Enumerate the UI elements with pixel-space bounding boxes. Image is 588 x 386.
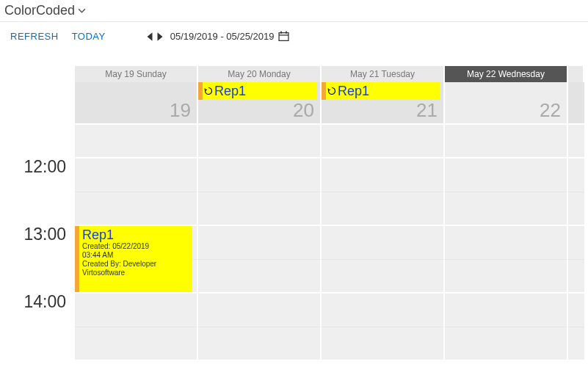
svg-rect-2 [281,32,283,34]
time-slot[interactable] [322,125,445,159]
day-header[interactable]: May 21 Tuesday [322,66,445,82]
time-slot[interactable] [445,192,568,226]
time-slot[interactable] [198,327,322,361]
time-slot[interactable] [445,294,568,327]
toolbar: REFRESH TODAY 05/19/2019 - 05/25/2019 [0,22,588,51]
day-header[interactable]: May 19 Sunday [75,66,198,82]
time-slot[interactable] [322,159,445,192]
today-link[interactable]: TODAY [72,31,106,42]
recurring-icon [327,87,336,95]
time-label: 12:00 [0,159,75,192]
time-slot[interactable] [322,192,445,226]
time-slot[interactable] [198,226,322,260]
calendar: May 19 Sunday May 20 Monday May 21 Tuesd… [0,51,588,361]
date-range: 05/19/2019 - 05/25/2019 [170,31,290,42]
chevron-down-icon[interactable] [78,7,86,15]
day-number: 22 [540,99,561,122]
svg-rect-0 [279,33,288,41]
day-number: 19 [170,99,191,122]
page-title: ColorCoded [4,3,75,18]
page-title-bar: ColorCoded [0,0,588,22]
refresh-link[interactable]: REFRESH [10,31,59,42]
day-header[interactable]: May 20 Monday [198,66,322,82]
event-title: Rep1 [338,84,369,99]
time-slot[interactable] [445,327,568,361]
calendar-icon[interactable] [278,31,289,42]
time-slot[interactable] [75,192,198,226]
time-label: 13:00 [0,226,75,260]
timed-event[interactable]: Rep1 Created: 05/22/2019 03:44 AM Create… [75,226,192,292]
time-slot[interactable] [445,125,568,159]
time-slot[interactable]: Rep1 Created: 05/22/2019 03:44 AM Create… [75,226,198,260]
event-meta: Created By: Developer [82,260,189,269]
time-slot[interactable] [322,327,445,361]
day-number: 20 [293,99,314,122]
event-meta: Created: 05/22/2019 [82,242,189,251]
time-slot[interactable] [75,294,198,327]
svg-rect-3 [286,32,288,34]
time-slot[interactable] [198,260,322,294]
next-arrow-icon[interactable] [156,32,164,42]
prev-arrow-icon[interactable] [145,32,154,42]
recurring-icon [204,87,213,95]
allday-event[interactable]: Rep1 [198,82,317,100]
time-slot[interactable] [322,226,445,260]
time-slot[interactable] [75,125,198,159]
day-header[interactable]: May 22 Wednesday [445,66,568,82]
time-slot[interactable] [75,159,198,192]
event-meta: Virtosoftware [82,269,189,277]
time-label: 14:00 [0,294,75,327]
day-number: 21 [416,99,438,122]
allday-cell[interactable]: Rep1 20 [198,82,322,125]
event-title: Rep1 [82,227,189,242]
time-slot[interactable] [198,125,322,159]
allday-event[interactable]: Rep1 [322,82,440,100]
time-slot[interactable] [445,226,568,260]
time-slot[interactable] [322,294,445,327]
time-slot[interactable] [322,260,445,294]
event-meta: 03:44 AM [82,251,189,260]
date-range-text: 05/19/2019 - 05/25/2019 [170,31,275,42]
time-slot[interactable] [198,294,322,327]
time-slot[interactable] [198,192,322,226]
time-slot[interactable] [445,260,568,294]
time-slot[interactable] [198,159,322,192]
time-slot[interactable] [75,327,198,361]
allday-cell[interactable]: 19 [75,82,198,125]
allday-cell[interactable]: 22 [445,82,568,125]
time-slot[interactable] [445,159,568,192]
event-title: Rep1 [214,84,246,99]
allday-cell[interactable]: Rep1 21 [322,82,445,125]
